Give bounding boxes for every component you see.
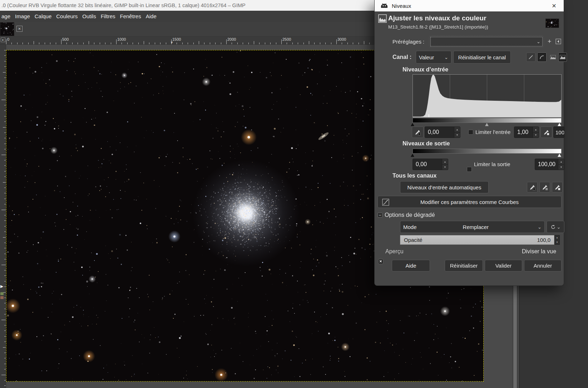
levels-histogram-icon: [378, 14, 387, 23]
window-title: .0 (Couleur RVB Virgule flottante 32 bit…: [1, 3, 246, 8]
ruler-tick-label: 500: [62, 37, 69, 41]
mode-value: Remplacer: [463, 224, 489, 230]
output-high-spinbox[interactable]: 100,00 ▲ ▼: [535, 159, 564, 170]
histogram-logarithmic-icon[interactable]: [537, 53, 547, 62]
input-histogram[interactable]: [412, 74, 562, 118]
levels-dialog: Niveaux ✕ Ajuster les niveaux de couleur…: [374, 0, 564, 286]
menu-item-filtres[interactable]: Filtres: [101, 13, 115, 19]
chevron-down-icon: ⌄: [444, 55, 448, 60]
gimp-wilber-icon: [380, 3, 388, 9]
spinner-arrows[interactable]: ▲ ▼: [533, 127, 539, 138]
edit-as-curves-button[interactable]: Modifier ces paramètres comme Courbes: [377, 196, 562, 208]
menu-item-calque[interactable]: Calque: [35, 13, 52, 19]
image-tab-thumbnail[interactable]: [0, 22, 14, 36]
spin-up-icon[interactable]: ▲: [558, 159, 564, 165]
channel-label: Canal :: [392, 54, 411, 60]
chevron-down-icon: ⌄: [557, 224, 561, 230]
input-high-spinbox[interactable]: 100,00: [553, 126, 564, 138]
spin-down-icon[interactable]: ▼: [442, 165, 448, 170]
help-button[interactable]: Aide: [392, 260, 430, 272]
dialog-preview-thumbnail: [545, 19, 559, 28]
input-gamma-slider[interactable]: [485, 123, 489, 126]
presets-label: Préréglages :: [392, 39, 424, 45]
input-gamma-spinbox[interactable]: 1,00 ▲ ▼: [514, 126, 539, 138]
preview-checkbox[interactable]: ✕: [378, 259, 383, 264]
pick-white-point-eyedropper[interactable]: [540, 126, 552, 138]
ok-button[interactable]: Valider: [485, 260, 522, 272]
cancel-button[interactable]: Annuler: [524, 260, 562, 272]
clipped-dock-icon: [0, 292, 4, 295]
menu-item-outils[interactable]: Outils: [82, 13, 96, 19]
channel-value: Valeur: [419, 54, 434, 60]
opacity-slider[interactable]: Opacité 100,0: [400, 235, 554, 245]
output-levels-heading: Niveaux de sortie: [402, 140, 450, 147]
all-pick-gray-eyedropper[interactable]: [539, 182, 550, 193]
histogram-large-icon[interactable]: [558, 53, 567, 62]
reset-channel-button[interactable]: Réinitialiser le canal: [453, 51, 511, 64]
spin-up-icon[interactable]: ▲: [533, 127, 539, 133]
spin-down-icon[interactable]: ▼: [533, 133, 539, 138]
spin-up-icon[interactable]: ▲: [442, 159, 448, 165]
image-tab-close-icon[interactable]: ✕: [16, 26, 23, 32]
presets-combobox[interactable]: ⌄: [429, 36, 544, 48]
input-low-spinbox[interactable]: 0,00 ▲ ▼: [425, 126, 460, 138]
mode-label: Mode: [403, 224, 417, 230]
check-icon: ✕: [379, 259, 383, 264]
spinner-arrows[interactable]: ▲ ▼: [442, 159, 448, 170]
levels-dialog-titlebar[interactable]: Niveaux ✕: [375, 0, 564, 11]
clamp-output-checkbox[interactable]: [467, 167, 472, 172]
histogram-small-icon[interactable]: [549, 53, 557, 62]
curves-icon: [382, 199, 389, 206]
dialog-close-button[interactable]: ✕: [550, 2, 558, 10]
ruler-corner-icon[interactable]: ▸: [1, 38, 5, 42]
output-gradient-bar: [412, 149, 562, 154]
spin-down-icon[interactable]: ▼: [454, 133, 460, 138]
add-preset-icon[interactable]: +: [548, 38, 552, 45]
ruler-tick-label: 1500: [172, 37, 181, 41]
chevron-down-icon: ⌄: [538, 225, 542, 229]
input-black-point-slider[interactable]: [411, 123, 414, 126]
dialog-title: Niveaux: [392, 3, 411, 9]
all-channels-heading: Tous les canaux: [392, 173, 436, 179]
spin-down-icon[interactable]: ▼: [558, 165, 564, 170]
input-levels-heading: Niveaux d’entrée: [402, 66, 448, 73]
opacity-spinner-arrows[interactable]: ▲ ▼: [554, 235, 560, 245]
spinner-arrows[interactable]: ▲ ▼: [454, 127, 460, 138]
spin-down-icon[interactable]: ▼: [555, 240, 559, 245]
clamp-input-checkbox[interactable]: [468, 130, 473, 135]
clamp-output-label: Limiter la sortie: [474, 161, 510, 167]
channel-combobox[interactable]: Valeur ⌄: [416, 51, 451, 64]
menu-item-fenetres[interactable]: Fenêtres: [120, 13, 141, 19]
output-white-slider[interactable]: [558, 154, 561, 157]
histogram-linear-icon[interactable]: [526, 53, 535, 62]
ruler-pointer-icon: ▼: [170, 41, 173, 44]
opacity-value: 100,0: [537, 237, 550, 243]
ruler-tick-label: 2000: [227, 37, 236, 41]
menu-item-aide[interactable]: Aide: [146, 13, 157, 19]
spin-up-icon[interactable]: ▲: [454, 127, 460, 133]
mode-combobox[interactable]: Mode Remplacer ⌄: [400, 221, 545, 233]
blend-options-expander-icon[interactable]: −: [377, 213, 382, 218]
chevron-down-icon: ⌄: [537, 39, 540, 44]
ruler-tick-label: 2500: [282, 37, 291, 41]
reset-icon: [550, 225, 555, 229]
output-low-spinbox[interactable]: 0,00 ▲ ▼: [412, 159, 448, 170]
menu-item-couleurs[interactable]: Couleurs: [56, 13, 78, 19]
all-pick-black-eyedropper[interactable]: [527, 182, 538, 193]
preset-menu-icon[interactable]: [555, 39, 561, 44]
split-view-label: Diviser la vue: [522, 248, 556, 255]
clipped-dock-icon: [0, 296, 4, 299]
menu-item-affichage-partial[interactable]: age: [1, 13, 10, 19]
vertical-ruler[interactable]: [0, 45, 6, 388]
output-black-slider[interactable]: [411, 154, 414, 157]
mode-default-button[interactable]: ⌄: [547, 221, 564, 233]
reset-button[interactable]: Réinitialiser: [445, 260, 483, 272]
all-pick-white-eyedropper[interactable]: [552, 182, 563, 193]
auto-input-levels-button[interactable]: Niveaux d’entrée automatiques: [400, 181, 489, 193]
input-white-point-slider[interactable]: [558, 123, 561, 126]
spin-up-icon[interactable]: ▲: [555, 235, 559, 240]
preview-label: Aperçu: [385, 248, 404, 255]
spinner-arrows[interactable]: ▲ ▼: [558, 159, 564, 170]
menu-item-image[interactable]: Image: [15, 13, 30, 19]
pick-black-point-eyedropper[interactable]: [412, 126, 424, 138]
